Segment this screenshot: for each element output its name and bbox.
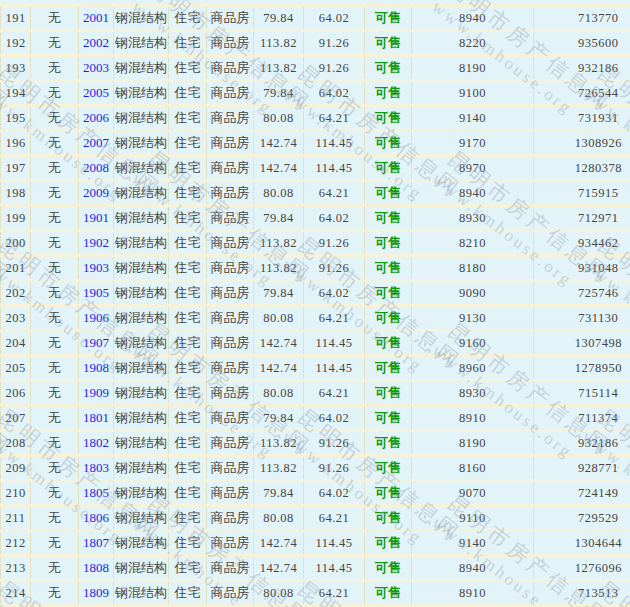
cell-structure: 钢混结构 [114, 31, 169, 56]
table-row: 197 无 2008 钢混结构 住宅 商品房 142.74 114.45 可售 … [1, 156, 630, 181]
unit-number-link[interactable]: 1807 [79, 531, 114, 556]
status-badge: 可售 [365, 406, 412, 431]
cell-structure: 钢混结构 [114, 556, 169, 581]
cell-seq: 196 [1, 131, 31, 156]
cell-use: 住宅 [169, 456, 207, 481]
cell-price: 8960 [412, 356, 534, 381]
cell-area: 113.82 [254, 456, 304, 481]
cell-none: 无 [31, 381, 79, 406]
cell-price: 9160 [412, 331, 534, 356]
table-row: 214 无 1809 钢混结构 住宅 商品房 80.08 64.21 可售 89… [1, 581, 630, 606]
cell-total: 1304644 [534, 531, 630, 556]
unit-number-link[interactable]: 1802 [79, 431, 114, 456]
cell-area: 79.84 [254, 481, 304, 506]
cell-use: 住宅 [169, 356, 207, 381]
cell-type: 商品房 [207, 356, 254, 381]
unit-number-link[interactable]: 1803 [79, 456, 114, 481]
unit-number-link[interactable]: 1906 [79, 306, 114, 331]
table-row: 206 无 1909 钢混结构 住宅 商品房 80.08 64.21 可售 89… [1, 381, 630, 406]
cell-price: 8940 [412, 181, 534, 206]
cell-inner-area: 64.02 [304, 7, 365, 31]
cell-seq: 205 [1, 356, 31, 381]
status-badge: 可售 [365, 581, 412, 606]
cell-price: 8970 [412, 156, 534, 181]
cell-none: 无 [31, 431, 79, 456]
status-badge: 可售 [365, 281, 412, 306]
status-badge: 可售 [365, 256, 412, 281]
unit-number-link[interactable]: 1808 [79, 556, 114, 581]
unit-number-link[interactable]: 2001 [79, 7, 114, 31]
cell-area: 142.74 [254, 156, 304, 181]
cell-structure: 钢混结构 [114, 156, 169, 181]
cell-total: 712971 [534, 206, 630, 231]
cell-total: 934462 [534, 231, 630, 256]
cell-seq: 206 [1, 381, 31, 406]
cell-price: 9090 [412, 281, 534, 306]
cell-none: 无 [31, 7, 79, 31]
cell-inner-area: 91.26 [304, 431, 365, 456]
table-row: 212 无 1807 钢混结构 住宅 商品房 142.74 114.45 可售 … [1, 531, 630, 556]
unit-number-link[interactable]: 2006 [79, 106, 114, 131]
cell-inner-area: 91.26 [304, 231, 365, 256]
cell-total: 1280378 [534, 156, 630, 181]
cell-use: 住宅 [169, 56, 207, 81]
cell-area: 142.74 [254, 356, 304, 381]
unit-number-link[interactable]: 2002 [79, 31, 114, 56]
cell-structure: 钢混结构 [114, 481, 169, 506]
table-row: 213 无 1808 钢混结构 住宅 商品房 142.74 114.45 可售 … [1, 556, 630, 581]
status-badge: 可售 [365, 181, 412, 206]
cell-price: 8190 [412, 431, 534, 456]
unit-number-link[interactable]: 1801 [79, 406, 114, 431]
cell-type: 商品房 [207, 81, 254, 106]
cell-total: 731130 [534, 306, 630, 331]
table-row: 205 无 1908 钢混结构 住宅 商品房 142.74 114.45 可售 … [1, 356, 630, 381]
unit-number-link[interactable]: 1905 [79, 281, 114, 306]
cell-inner-area: 64.02 [304, 281, 365, 306]
cell-structure: 钢混结构 [114, 431, 169, 456]
cell-total: 931048 [534, 256, 630, 281]
cell-price: 8930 [412, 206, 534, 231]
cell-type: 商品房 [207, 381, 254, 406]
cell-none: 无 [31, 531, 79, 556]
cell-seq: 211 [1, 506, 31, 531]
cell-type: 商品房 [207, 181, 254, 206]
unit-number-link[interactable]: 2003 [79, 56, 114, 81]
table-row: 202 无 1905 钢混结构 住宅 商品房 79.84 64.02 可售 90… [1, 281, 630, 306]
cell-price: 9140 [412, 106, 534, 131]
cell-area: 142.74 [254, 131, 304, 156]
unit-number-link[interactable]: 2007 [79, 131, 114, 156]
status-badge: 可售 [365, 556, 412, 581]
unit-number-link[interactable]: 1908 [79, 356, 114, 381]
previous-row-sliver [0, 0, 630, 7]
table-row: 199 无 1901 钢混结构 住宅 商品房 79.84 64.02 可售 89… [1, 206, 630, 231]
unit-number-link[interactable]: 1809 [79, 581, 114, 606]
cell-type: 商品房 [207, 206, 254, 231]
unit-number-link[interactable]: 1902 [79, 231, 114, 256]
cell-area: 142.74 [254, 531, 304, 556]
cell-type: 商品房 [207, 31, 254, 56]
cell-type: 商品房 [207, 256, 254, 281]
unit-number-link[interactable]: 2005 [79, 81, 114, 106]
cell-use: 住宅 [169, 406, 207, 431]
cell-seq: 194 [1, 81, 31, 106]
table-row: 210 无 1805 钢混结构 住宅 商品房 79.84 64.02 可售 90… [1, 481, 630, 506]
unit-number-link[interactable]: 2009 [79, 181, 114, 206]
cell-inner-area: 64.02 [304, 481, 365, 506]
cell-seq: 208 [1, 431, 31, 456]
cell-type: 商品房 [207, 481, 254, 506]
cell-area: 113.82 [254, 431, 304, 456]
status-badge: 可售 [365, 431, 412, 456]
unit-number-link[interactable]: 1907 [79, 331, 114, 356]
cell-inner-area: 114.45 [304, 531, 365, 556]
unit-number-link[interactable]: 1901 [79, 206, 114, 231]
table-row: 200 无 1902 钢混结构 住宅 商品房 113.82 91.26 可售 8… [1, 231, 630, 256]
cell-seq: 197 [1, 156, 31, 181]
cell-none: 无 [31, 56, 79, 81]
cell-none: 无 [31, 306, 79, 331]
unit-number-link[interactable]: 1903 [79, 256, 114, 281]
unit-number-link[interactable]: 1805 [79, 481, 114, 506]
status-badge: 可售 [365, 206, 412, 231]
unit-number-link[interactable]: 1909 [79, 381, 114, 406]
unit-number-link[interactable]: 1806 [79, 506, 114, 531]
unit-number-link[interactable]: 2008 [79, 156, 114, 181]
